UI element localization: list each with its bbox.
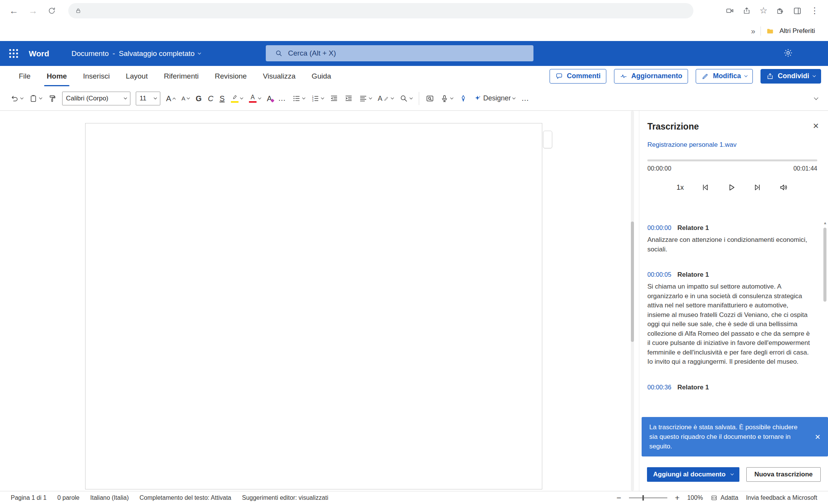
styles-button[interactable]: A	[375, 90, 396, 107]
editor-button[interactable]	[456, 90, 470, 107]
dictate-button[interactable]	[438, 90, 456, 107]
chevron-down-icon	[369, 96, 372, 99]
add-to-document-button[interactable]: Aggiungi al documento	[647, 467, 739, 482]
playback-rate-button[interactable]: 1x	[677, 184, 684, 192]
updates-button[interactable]: Aggiornamento	[614, 69, 688, 84]
editor-suggestions-status[interactable]: Suggerimenti editor: visualizzati	[242, 494, 328, 501]
scrollbar-up-arrow-icon[interactable]: ▲	[823, 221, 828, 225]
bold-button[interactable]: G	[193, 90, 204, 107]
increase-indent-button[interactable]	[342, 90, 356, 107]
tab-home[interactable]: Home	[39, 66, 75, 86]
transcript-list: 00:00:00 Relatore 1 Analizzare con atten…	[647, 224, 817, 391]
recording-file-link[interactable]: Registrazione personale 1.wav	[647, 141, 817, 149]
bookmarks-overflow-icon[interactable]: »	[751, 27, 755, 36]
address-bar[interactable]	[68, 3, 693, 18]
edit-mode-button[interactable]: Modifica	[696, 69, 753, 84]
app-launcher-icon[interactable]	[6, 46, 21, 61]
alignment-button[interactable]	[356, 90, 374, 107]
designer-button[interactable]: Designer	[471, 90, 518, 107]
comment-anchor-button[interactable]	[543, 131, 552, 148]
page-info[interactable]: Pagina 1 di 1	[11, 494, 46, 501]
word-count[interactable]: 0 parole	[57, 494, 79, 501]
tab-visualizza[interactable]: Visualizza	[255, 66, 303, 86]
undo-button[interactable]	[8, 90, 26, 107]
settings-gear-icon[interactable]	[784, 48, 793, 59]
zoom-slider-thumb[interactable]	[642, 495, 644, 501]
find-button[interactable]	[397, 90, 415, 107]
back-icon[interactable]: ←	[9, 6, 18, 15]
immersive-reader-button[interactable]	[423, 90, 437, 107]
decrease-indent-button[interactable]	[327, 90, 341, 107]
bookmarks-folder-label[interactable]: Altri Preferiti	[779, 27, 815, 35]
skip-back-icon[interactable]	[701, 183, 710, 192]
reload-icon[interactable]	[48, 7, 56, 15]
chevron-down-icon	[450, 96, 453, 99]
comments-button[interactable]: Commenti	[550, 69, 606, 84]
zoom-out-button[interactable]: −	[616, 493, 621, 502]
font-size-select[interactable]: 11	[136, 92, 160, 105]
tab-guida[interactable]: Guida	[304, 66, 339, 86]
entry-timestamp[interactable]: 00:00:00	[647, 225, 671, 231]
share-button[interactable]: Condividi	[761, 69, 821, 84]
panel-close-icon[interactable]: ×	[813, 121, 819, 131]
grow-font-button[interactable]: A	[163, 90, 178, 107]
zoom-in-button[interactable]: +	[675, 493, 680, 502]
format-painter-icon	[48, 94, 56, 103]
skip-forward-icon[interactable]	[753, 183, 762, 192]
scrollbar-thumb[interactable]	[823, 228, 826, 302]
bullets-button[interactable]	[290, 90, 308, 107]
toast-close-icon[interactable]: ×	[815, 432, 820, 442]
playback-progress-bar[interactable]	[647, 159, 817, 161]
tab-file[interactable]: File	[11, 66, 39, 86]
font-name-select[interactable]: Calibri (Corpo)	[62, 92, 130, 105]
side-panel-icon[interactable]	[793, 6, 802, 15]
more-label: …	[521, 94, 529, 103]
browser-menu-icon[interactable]: ⋮	[810, 6, 819, 16]
fit-button[interactable]: Adatta	[711, 494, 738, 501]
highlight-button[interactable]	[228, 90, 245, 107]
tab-revisione[interactable]: Revisione	[207, 66, 255, 86]
feedback-link[interactable]: Invia feedback a Microsoft	[746, 494, 817, 501]
document-scrollbar[interactable]	[631, 111, 634, 491]
italic-button[interactable]: C	[205, 90, 216, 107]
camera-icon[interactable]	[726, 7, 734, 15]
document-page[interactable]	[85, 123, 542, 489]
chevron-down-icon	[410, 96, 413, 99]
numbering-button[interactable]: 123	[308, 90, 326, 107]
tab-inserisci[interactable]: Inserisci	[75, 66, 118, 86]
collapse-ribbon-button[interactable]	[812, 90, 820, 107]
extensions-icon[interactable]	[776, 7, 784, 15]
bookmark-star-icon[interactable]: ☆	[759, 5, 767, 16]
word-logo[interactable]: Word	[29, 49, 49, 58]
document-title: Documento	[71, 49, 109, 58]
zoom-slider[interactable]	[629, 497, 667, 498]
font-color-button[interactable]: A	[246, 90, 263, 107]
tab-riferimenti[interactable]: Riferimenti	[156, 66, 207, 86]
more-formatting-button[interactable]: …	[275, 90, 289, 107]
clear-formatting-button[interactable]: A	[264, 90, 275, 107]
more-toolbar-button[interactable]: …	[519, 90, 532, 107]
format-painter-button[interactable]	[45, 90, 59, 107]
styles-label: A	[378, 95, 382, 102]
zoom-level[interactable]: 100%	[687, 494, 703, 501]
entry-timestamp[interactable]: 00:00:36	[647, 384, 671, 391]
text-completion-status[interactable]: Completamento del testo: Attivata	[140, 494, 231, 501]
volume-icon[interactable]	[779, 183, 788, 192]
language-status[interactable]: Italiano (Italia)	[90, 494, 129, 501]
search-box[interactable]	[266, 45, 533, 61]
underline-button[interactable]: S	[217, 90, 227, 107]
forward-icon[interactable]: →	[28, 6, 38, 15]
designer-label: Designer	[483, 94, 511, 102]
play-icon[interactable]	[727, 183, 736, 192]
scrollbar-thumb[interactable]	[631, 222, 634, 342]
search-input[interactable]	[288, 49, 503, 57]
transcript-scrollbar[interactable]: ▲	[823, 221, 828, 428]
tab-layout[interactable]: Layout	[118, 66, 156, 86]
find-icon	[400, 94, 408, 103]
document-title-menu[interactable]: Documento - Salvataggio completato	[71, 49, 201, 58]
paste-button[interactable]	[26, 90, 44, 107]
new-transcription-button[interactable]: Nuova trascrizione	[746, 467, 821, 482]
share-page-icon[interactable]	[742, 7, 751, 15]
entry-timestamp[interactable]: 00:00:05	[647, 271, 671, 278]
shrink-font-button[interactable]: A	[179, 90, 192, 107]
